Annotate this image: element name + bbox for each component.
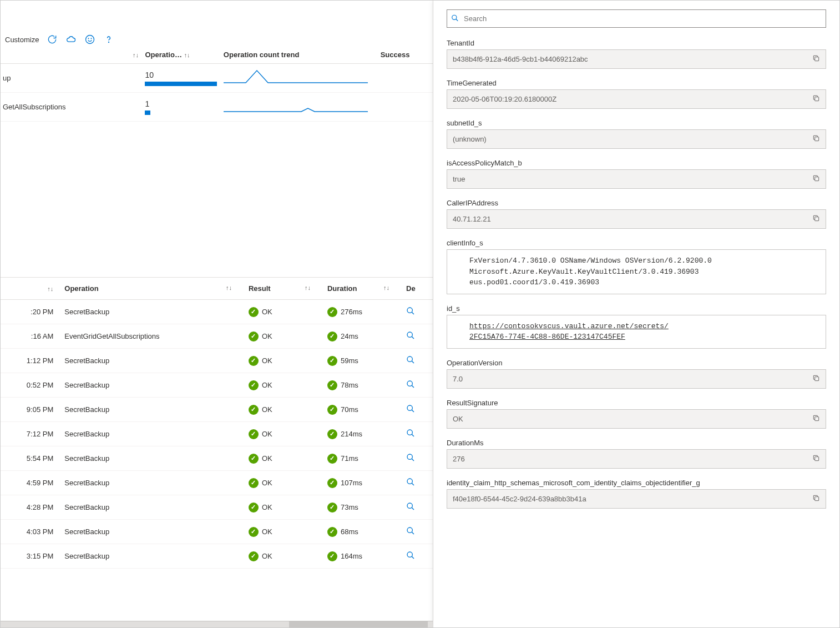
table-row[interactable]: 0:52 PMSecretBackupOK78ms	[1, 373, 433, 398]
details-button[interactable]	[406, 529, 415, 537]
result-text: OK	[262, 479, 272, 487]
status-ok: OK	[249, 356, 272, 366]
copy-button[interactable]	[812, 174, 820, 184]
details-button[interactable]	[406, 309, 415, 317]
copy-button[interactable]	[812, 134, 820, 144]
status-ok: OK	[249, 429, 272, 439]
field-value-box: f40e18f0-6544-45c2-9d24-639a8bb3b41a	[447, 489, 826, 509]
table-row[interactable]: 4:28 PMSecretBackupOK73ms	[1, 495, 433, 520]
field-value: b438b4f6-912a-46d5-9cb1-b44069212abc	[453, 55, 588, 63]
details-button[interactable]	[406, 504, 415, 513]
search-icon	[451, 14, 459, 23]
details-button[interactable]	[406, 333, 415, 341]
row-operation: SecretBackup	[64, 479, 249, 487]
refresh-button[interactable]	[47, 34, 58, 45]
duration-ok: 71ms	[327, 454, 358, 464]
svg-point-7	[407, 381, 412, 386]
copy-button[interactable]	[812, 374, 820, 384]
header-operation[interactable]: Operatio…	[145, 51, 181, 59]
svg-point-5	[407, 332, 412, 337]
row-operation: SecretBackup	[64, 356, 249, 365]
copy-button[interactable]	[812, 494, 820, 504]
copy-button[interactable]	[812, 414, 820, 424]
svg-point-8	[407, 405, 412, 410]
details-button[interactable]	[406, 455, 415, 464]
details-button[interactable]	[406, 553, 415, 561]
ops-header-de[interactable]: De	[406, 284, 427, 293]
check-circle-icon	[327, 405, 337, 415]
sort-icon[interactable]: ↑↓	[133, 52, 139, 58]
horizontal-scrollbar[interactable]	[1, 621, 433, 627]
field-value: true	[453, 175, 465, 183]
row-time: 7:12 PM	[6, 430, 64, 438]
feedback-button[interactable]	[84, 34, 95, 45]
svg-point-14	[407, 552, 412, 557]
ops-header-result[interactable]: Result	[249, 284, 271, 293]
check-circle-icon	[249, 405, 259, 415]
details-button[interactable]	[406, 382, 415, 390]
field-value-box: 40.71.12.21	[447, 209, 826, 229]
sort-icon[interactable]: ↑↓	[226, 284, 232, 291]
status-ok: OK	[249, 478, 272, 488]
row-time: 5:54 PM	[6, 454, 64, 463]
field-value-box: (unknown)	[447, 129, 826, 149]
details-button[interactable]	[406, 480, 415, 488]
table-row[interactable]: 7:12 PMSecretBackupOK214ms	[1, 422, 433, 446]
table-row[interactable]: 4:59 PMSecretBackupOK107ms	[1, 471, 433, 495]
detail-field: CallerIPAddress40.71.12.21	[447, 199, 826, 229]
copy-button[interactable]	[812, 454, 820, 464]
result-text: OK	[262, 405, 272, 414]
header-success[interactable]: Success	[381, 51, 433, 59]
field-label: TenantId	[447, 39, 826, 47]
sort-icon[interactable]: ↑↓	[383, 284, 389, 291]
help-button[interactable]	[103, 34, 114, 45]
customize-button[interactable]: Customize	[5, 36, 39, 44]
check-circle-icon	[327, 429, 337, 439]
copy-button[interactable]	[812, 94, 820, 104]
details-button[interactable]	[406, 406, 415, 415]
check-circle-icon	[249, 527, 259, 537]
refresh-icon	[47, 34, 58, 45]
scrollbar-thumb[interactable]	[289, 621, 428, 627]
summary-body: up10GetAllSubscriptions1	[1, 64, 433, 122]
check-circle-icon	[327, 331, 337, 341]
summary-row[interactable]: up10	[1, 64, 433, 93]
check-circle-icon	[249, 331, 259, 341]
field-value-box: OK	[447, 409, 826, 429]
svg-rect-16	[815, 57, 819, 61]
field-label: ResultSignature	[447, 399, 826, 407]
check-circle-icon	[327, 527, 337, 537]
field-label: identity_claim_http_schemas_microsoft_co…	[447, 479, 826, 487]
cloud-button[interactable]	[65, 34, 77, 45]
field-value-box: 276	[447, 449, 826, 469]
ops-header-duration[interactable]: Duration	[327, 284, 357, 293]
details-button[interactable]	[406, 431, 415, 439]
table-row[interactable]: :20 PMSecretBackupOK276ms	[1, 300, 433, 324]
table-row[interactable]: 4:03 PMSecretBackupOK68ms	[1, 520, 433, 544]
detail-field: OperationVersion7.0	[447, 359, 826, 389]
table-row[interactable]: 1:12 PMSecretBackupOK59ms	[1, 349, 433, 373]
check-circle-icon	[327, 503, 337, 513]
table-row[interactable]: 5:54 PMSecretBackupOK71ms	[1, 446, 433, 471]
copy-button[interactable]	[812, 214, 820, 224]
ops-header-operation[interactable]: Operation	[64, 284, 98, 293]
search-input[interactable]	[447, 9, 826, 28]
table-row[interactable]: 3:15 PMSecretBackupOK164ms	[1, 544, 433, 569]
details-button[interactable]	[406, 358, 415, 366]
table-row[interactable]: :16 AMEventGridGetAllSubscriptionsOK24ms	[1, 324, 433, 349]
copy-button[interactable]	[812, 54, 820, 64]
detail-field: TimeGenerated2020-05-06T00:19:20.6180000…	[447, 79, 826, 109]
svg-point-10	[407, 454, 412, 459]
summary-row[interactable]: GetAllSubscriptions1	[1, 93, 433, 122]
result-text: OK	[262, 356, 272, 365]
svg-rect-24	[815, 496, 819, 500]
detail-field: id_shttps://contosokvscus.vault.azure.ne…	[447, 304, 826, 349]
row-time: 9:05 PM	[6, 405, 64, 414]
sort-icon[interactable]: ↑↓	[184, 52, 190, 58]
svg-rect-21	[815, 376, 819, 380]
sort-icon[interactable]: ↑↓	[305, 284, 311, 291]
table-row[interactable]: 9:05 PMSecretBackupOK70ms	[1, 398, 433, 422]
row-operation: SecretBackup	[64, 552, 249, 560]
sort-icon[interactable]: ↑↓	[47, 285, 53, 292]
header-trend[interactable]: Operation count trend	[224, 51, 381, 59]
